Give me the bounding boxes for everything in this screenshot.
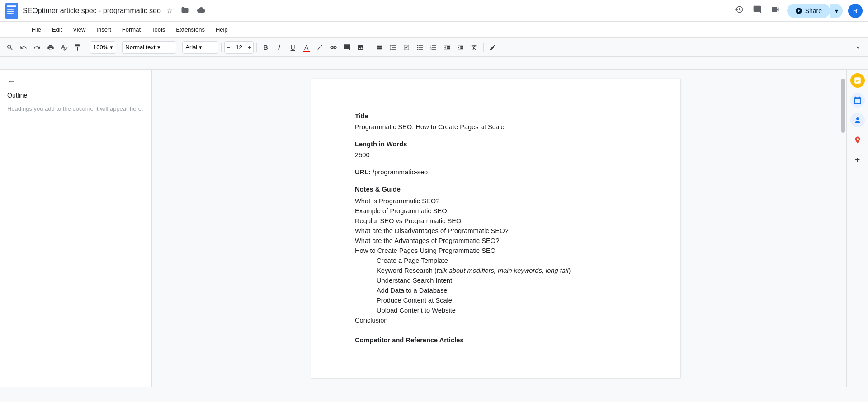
sub-item-4: Add Data to a Database — [355, 285, 637, 295]
sheets-icon[interactable] — [850, 73, 865, 88]
share-button-group[interactable]: Share ▾ — [787, 4, 843, 18]
sub-item-1: Create a Page Template — [355, 256, 637, 266]
doc-area[interactable]: Title Programmatic SEO: How to Create Pa… — [152, 70, 840, 387]
divider-6 — [370, 43, 370, 52]
url-value: /programmatic-seo — [373, 168, 428, 176]
style-dropdown[interactable]: Normal text ▾ — [122, 41, 176, 54]
length-section: Length in Words 2500 — [355, 139, 637, 160]
star-icon[interactable]: ☆ — [165, 5, 175, 17]
menu-extensions[interactable]: Extensions — [171, 24, 209, 35]
sidebar-title: Outline — [7, 92, 144, 99]
sub-item-3: Understand Search Intent — [355, 276, 637, 285]
font-size-increase[interactable]: + — [245, 43, 253, 52]
notes-section: Notes & Guide What is Programmatic SEO? … — [355, 184, 637, 345]
underline-button[interactable]: U — [287, 41, 299, 54]
insert-comment-button[interactable] — [341, 41, 354, 54]
menu-insert[interactable]: Insert — [92, 24, 116, 35]
scrollbar[interactable] — [840, 70, 846, 387]
checklist-button[interactable] — [400, 41, 413, 54]
divider-5 — [256, 43, 257, 52]
folder-icon[interactable] — [179, 4, 191, 18]
highlight-button[interactable] — [314, 41, 326, 54]
toolbar: 100% ▾ Normal text ▾ Arial ▾ − + B I U A — [0, 38, 868, 57]
title-section: Title Programmatic SEO: How to Create Pa… — [355, 111, 637, 132]
title-icons: ☆ — [165, 4, 207, 18]
title-value: Programmatic SEO: How to Create Pages at… — [355, 122, 637, 132]
bold-button[interactable]: B — [259, 41, 272, 54]
divider-3 — [179, 43, 179, 52]
edit-mode-button[interactable] — [486, 41, 499, 54]
zoom-dropdown[interactable]: 100% ▾ — [90, 41, 116, 54]
title-label: Title — [355, 111, 637, 121]
add-button[interactable]: + — [850, 153, 865, 167]
outline-item-6: How to Create Pages Using Programmatic S… — [355, 246, 637, 256]
font-dropdown[interactable]: Arial ▾ — [182, 41, 218, 54]
menu-view[interactable]: View — [68, 24, 90, 35]
divider-7 — [483, 43, 484, 52]
competitor-title: Competitor and Reference Articles — [355, 337, 464, 344]
content-row: ← Outline Headings you add to the docume… — [0, 70, 868, 387]
svg-rect-3 — [7, 11, 14, 12]
divider-1 — [87, 43, 87, 52]
font-size-control[interactable]: − + — [224, 41, 253, 54]
paint-format-button[interactable] — [71, 41, 84, 54]
outline-item-4: What are the Disadvantages of Programmat… — [355, 226, 637, 236]
menu-edit[interactable]: Edit — [47, 24, 66, 35]
share-dropdown-button[interactable]: ▾ — [830, 4, 843, 18]
text-color-button[interactable]: A — [300, 41, 313, 54]
align-button[interactable] — [373, 41, 386, 54]
divider-2 — [119, 43, 119, 52]
indent-more-button[interactable] — [454, 41, 467, 54]
avatar: R — [848, 4, 863, 18]
ruler: 1 1 2 3 4 5 6 7 — [0, 57, 868, 70]
url-section: URL: /programmatic-seo — [355, 167, 637, 177]
numbered-list-button[interactable] — [427, 41, 440, 54]
comment-button[interactable] — [751, 3, 764, 18]
share-button[interactable]: Share — [787, 4, 830, 18]
font-size-decrease[interactable]: − — [225, 43, 232, 52]
calendar-icon[interactable] — [850, 93, 865, 108]
length-value: 2500 — [355, 150, 637, 160]
person-icon[interactable] — [850, 113, 865, 127]
italic-button[interactable]: I — [273, 41, 286, 54]
history-button[interactable] — [733, 3, 745, 18]
font-size-input[interactable] — [232, 44, 245, 51]
bullet-list-button[interactable] — [414, 41, 426, 54]
sub-item-5: Produce Content at Scale — [355, 295, 637, 305]
doc-content: Title Programmatic SEO: How to Create Pa… — [355, 111, 637, 345]
sidebar-back-button[interactable]: ← — [7, 77, 144, 86]
menu-help[interactable]: Help — [211, 24, 232, 35]
video-button[interactable] — [769, 3, 782, 18]
collapse-toolbar-button[interactable] — [852, 41, 864, 54]
line-spacing-button[interactable] — [387, 41, 399, 54]
outline-item-5: What are the Advantages of Programmatic … — [355, 236, 637, 246]
sidebar-hint: Headings you add to the document will ap… — [7, 104, 144, 113]
link-button[interactable] — [327, 41, 340, 54]
menu-format[interactable]: Format — [118, 24, 145, 35]
clear-formatting-button[interactable] — [468, 41, 481, 54]
outline-item-3: Regular SEO vs Programmatic SEO — [355, 216, 637, 226]
doc-icon — [5, 3, 18, 19]
notes-title: Notes & Guide — [355, 184, 637, 194]
search-button[interactable] — [4, 41, 16, 54]
menu-file[interactable]: File — [27, 24, 46, 35]
undo-button[interactable] — [17, 41, 30, 54]
redo-button[interactable] — [31, 41, 43, 54]
insert-image-button[interactable] — [354, 41, 367, 54]
title-bar-right: Share ▾ R — [733, 3, 863, 18]
right-panel: + — [846, 70, 868, 387]
doc-page: Title Programmatic SEO: How to Create Pa… — [311, 79, 680, 378]
scrollbar-thumb[interactable] — [841, 79, 845, 133]
sub-item-2-italic: talk about modifiers, main keywords, lon… — [437, 267, 569, 274]
sub-item-6: Upload Content to Website — [355, 305, 637, 315]
spellcheck-button[interactable] — [58, 41, 71, 54]
cloud-icon[interactable] — [195, 4, 207, 18]
maps-icon[interactable] — [850, 133, 865, 147]
conclusion-item: Conclusion — [355, 315, 637, 325]
menu-tools[interactable]: Tools — [147, 24, 170, 35]
divider-4 — [221, 43, 222, 52]
indent-less-button[interactable] — [441, 41, 453, 54]
menu-bar: File Edit View Insert Format Tools Exten… — [0, 22, 868, 38]
print-button[interactable] — [44, 41, 57, 54]
outline-item-1: What is Programmatic SEO? — [355, 196, 637, 206]
